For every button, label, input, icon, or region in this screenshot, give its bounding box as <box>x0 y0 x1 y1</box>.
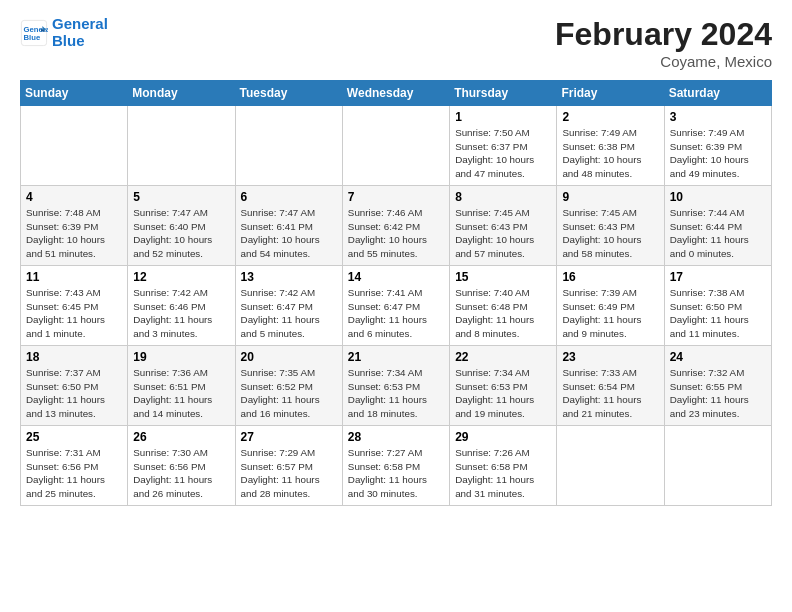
day-number: 19 <box>133 350 229 364</box>
day-info: Sunrise: 7:31 AM Sunset: 6:56 PM Dayligh… <box>26 446 122 501</box>
calendar-cell: 23Sunrise: 7:33 AM Sunset: 6:54 PM Dayli… <box>557 346 664 426</box>
day-number: 2 <box>562 110 658 124</box>
day-info: Sunrise: 7:29 AM Sunset: 6:57 PM Dayligh… <box>241 446 337 501</box>
calendar-cell: 11Sunrise: 7:43 AM Sunset: 6:45 PM Dayli… <box>21 266 128 346</box>
calendar-cell <box>557 426 664 506</box>
weekday-header-cell: Tuesday <box>235 81 342 106</box>
calendar-cell: 8Sunrise: 7:45 AM Sunset: 6:43 PM Daylig… <box>450 186 557 266</box>
day-number: 1 <box>455 110 551 124</box>
calendar-cell: 27Sunrise: 7:29 AM Sunset: 6:57 PM Dayli… <box>235 426 342 506</box>
calendar-cell: 15Sunrise: 7:40 AM Sunset: 6:48 PM Dayli… <box>450 266 557 346</box>
day-number: 15 <box>455 270 551 284</box>
calendar-week-row: 25Sunrise: 7:31 AM Sunset: 6:56 PM Dayli… <box>21 426 772 506</box>
weekday-header-cell: Sunday <box>21 81 128 106</box>
page: General Blue GeneralBlue February 2024 C… <box>0 0 792 612</box>
day-info: Sunrise: 7:36 AM Sunset: 6:51 PM Dayligh… <box>133 366 229 421</box>
calendar-cell: 5Sunrise: 7:47 AM Sunset: 6:40 PM Daylig… <box>128 186 235 266</box>
day-number: 20 <box>241 350 337 364</box>
calendar-cell: 16Sunrise: 7:39 AM Sunset: 6:49 PM Dayli… <box>557 266 664 346</box>
day-info: Sunrise: 7:47 AM Sunset: 6:40 PM Dayligh… <box>133 206 229 261</box>
calendar-cell: 7Sunrise: 7:46 AM Sunset: 6:42 PM Daylig… <box>342 186 449 266</box>
day-info: Sunrise: 7:27 AM Sunset: 6:58 PM Dayligh… <box>348 446 444 501</box>
calendar-cell: 18Sunrise: 7:37 AM Sunset: 6:50 PM Dayli… <box>21 346 128 426</box>
calendar-cell: 6Sunrise: 7:47 AM Sunset: 6:41 PM Daylig… <box>235 186 342 266</box>
day-info: Sunrise: 7:49 AM Sunset: 6:39 PM Dayligh… <box>670 126 766 181</box>
day-number: 14 <box>348 270 444 284</box>
day-info: Sunrise: 7:26 AM Sunset: 6:58 PM Dayligh… <box>455 446 551 501</box>
day-number: 27 <box>241 430 337 444</box>
day-number: 6 <box>241 190 337 204</box>
calendar-cell: 4Sunrise: 7:48 AM Sunset: 6:39 PM Daylig… <box>21 186 128 266</box>
month-title: February 2024 <box>555 16 772 53</box>
calendar-week-row: 11Sunrise: 7:43 AM Sunset: 6:45 PM Dayli… <box>21 266 772 346</box>
day-number: 26 <box>133 430 229 444</box>
day-number: 8 <box>455 190 551 204</box>
calendar-week-row: 4Sunrise: 7:48 AM Sunset: 6:39 PM Daylig… <box>21 186 772 266</box>
day-info: Sunrise: 7:42 AM Sunset: 6:47 PM Dayligh… <box>241 286 337 341</box>
calendar-cell: 28Sunrise: 7:27 AM Sunset: 6:58 PM Dayli… <box>342 426 449 506</box>
day-info: Sunrise: 7:40 AM Sunset: 6:48 PM Dayligh… <box>455 286 551 341</box>
day-info: Sunrise: 7:42 AM Sunset: 6:46 PM Dayligh… <box>133 286 229 341</box>
day-number: 21 <box>348 350 444 364</box>
day-number: 9 <box>562 190 658 204</box>
day-number: 7 <box>348 190 444 204</box>
calendar-body: 1Sunrise: 7:50 AM Sunset: 6:37 PM Daylig… <box>21 106 772 506</box>
day-info: Sunrise: 7:45 AM Sunset: 6:43 PM Dayligh… <box>562 206 658 261</box>
calendar-cell: 20Sunrise: 7:35 AM Sunset: 6:52 PM Dayli… <box>235 346 342 426</box>
day-info: Sunrise: 7:30 AM Sunset: 6:56 PM Dayligh… <box>133 446 229 501</box>
day-info: Sunrise: 7:37 AM Sunset: 6:50 PM Dayligh… <box>26 366 122 421</box>
day-info: Sunrise: 7:39 AM Sunset: 6:49 PM Dayligh… <box>562 286 658 341</box>
day-number: 12 <box>133 270 229 284</box>
calendar-cell: 12Sunrise: 7:42 AM Sunset: 6:46 PM Dayli… <box>128 266 235 346</box>
weekday-header-cell: Thursday <box>450 81 557 106</box>
calendar-cell <box>342 106 449 186</box>
day-number: 24 <box>670 350 766 364</box>
day-info: Sunrise: 7:48 AM Sunset: 6:39 PM Dayligh… <box>26 206 122 261</box>
day-number: 29 <box>455 430 551 444</box>
day-info: Sunrise: 7:50 AM Sunset: 6:37 PM Dayligh… <box>455 126 551 181</box>
calendar-cell: 3Sunrise: 7:49 AM Sunset: 6:39 PM Daylig… <box>664 106 771 186</box>
day-info: Sunrise: 7:45 AM Sunset: 6:43 PM Dayligh… <box>455 206 551 261</box>
day-info: Sunrise: 7:35 AM Sunset: 6:52 PM Dayligh… <box>241 366 337 421</box>
calendar-week-row: 18Sunrise: 7:37 AM Sunset: 6:50 PM Dayli… <box>21 346 772 426</box>
day-info: Sunrise: 7:46 AM Sunset: 6:42 PM Dayligh… <box>348 206 444 261</box>
day-info: Sunrise: 7:34 AM Sunset: 6:53 PM Dayligh… <box>455 366 551 421</box>
weekday-header-cell: Friday <box>557 81 664 106</box>
svg-text:Blue: Blue <box>24 33 41 42</box>
calendar-cell: 25Sunrise: 7:31 AM Sunset: 6:56 PM Dayli… <box>21 426 128 506</box>
day-info: Sunrise: 7:47 AM Sunset: 6:41 PM Dayligh… <box>241 206 337 261</box>
day-info: Sunrise: 7:43 AM Sunset: 6:45 PM Dayligh… <box>26 286 122 341</box>
day-number: 3 <box>670 110 766 124</box>
day-number: 11 <box>26 270 122 284</box>
logo: General Blue GeneralBlue <box>20 16 108 49</box>
day-info: Sunrise: 7:32 AM Sunset: 6:55 PM Dayligh… <box>670 366 766 421</box>
day-number: 5 <box>133 190 229 204</box>
header: General Blue GeneralBlue February 2024 C… <box>20 16 772 70</box>
calendar-cell: 14Sunrise: 7:41 AM Sunset: 6:47 PM Dayli… <box>342 266 449 346</box>
calendar-cell <box>235 106 342 186</box>
day-number: 25 <box>26 430 122 444</box>
weekday-header-cell: Monday <box>128 81 235 106</box>
calendar-cell: 10Sunrise: 7:44 AM Sunset: 6:44 PM Dayli… <box>664 186 771 266</box>
day-number: 16 <box>562 270 658 284</box>
calendar-cell: 22Sunrise: 7:34 AM Sunset: 6:53 PM Dayli… <box>450 346 557 426</box>
calendar-table: SundayMondayTuesdayWednesdayThursdayFrid… <box>20 80 772 506</box>
day-info: Sunrise: 7:38 AM Sunset: 6:50 PM Dayligh… <box>670 286 766 341</box>
calendar-cell: 1Sunrise: 7:50 AM Sunset: 6:37 PM Daylig… <box>450 106 557 186</box>
calendar-cell <box>21 106 128 186</box>
calendar-header-row: SundayMondayTuesdayWednesdayThursdayFrid… <box>21 81 772 106</box>
calendar-week-row: 1Sunrise: 7:50 AM Sunset: 6:37 PM Daylig… <box>21 106 772 186</box>
calendar-cell: 13Sunrise: 7:42 AM Sunset: 6:47 PM Dayli… <box>235 266 342 346</box>
day-number: 22 <box>455 350 551 364</box>
logo-icon: General Blue <box>20 19 48 47</box>
calendar-cell: 9Sunrise: 7:45 AM Sunset: 6:43 PM Daylig… <box>557 186 664 266</box>
day-number: 13 <box>241 270 337 284</box>
day-number: 4 <box>26 190 122 204</box>
weekday-header-cell: Wednesday <box>342 81 449 106</box>
day-info: Sunrise: 7:49 AM Sunset: 6:38 PM Dayligh… <box>562 126 658 181</box>
day-number: 28 <box>348 430 444 444</box>
calendar-cell: 24Sunrise: 7:32 AM Sunset: 6:55 PM Dayli… <box>664 346 771 426</box>
title-block: February 2024 Coyame, Mexico <box>555 16 772 70</box>
calendar-cell: 19Sunrise: 7:36 AM Sunset: 6:51 PM Dayli… <box>128 346 235 426</box>
day-info: Sunrise: 7:41 AM Sunset: 6:47 PM Dayligh… <box>348 286 444 341</box>
